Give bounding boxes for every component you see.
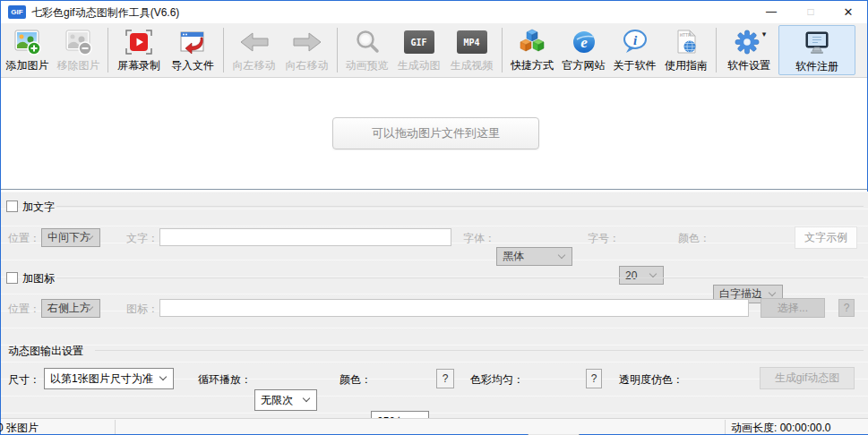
toolbar-button-about[interactable]: i 关于软件 <box>610 25 659 75</box>
uniform-help-button[interactable]: ? <box>586 369 602 388</box>
toolbar-separator <box>223 28 224 72</box>
transparency-label: 透明度仿色： <box>619 372 683 388</box>
settings-icon: ▾ <box>733 27 766 57</box>
title-bar: GIF 七彩色gif动态图制作工具(V6.6) — □ ✕ <box>1 1 867 23</box>
image-count: 0 张图片 <box>0 421 39 435</box>
toolbar-separator <box>716 28 717 72</box>
about-icon: i <box>621 27 649 57</box>
toolbar-button-preview[interactable]: 动画预览 <box>342 25 391 75</box>
icon-choose-button[interactable]: 选择... <box>761 298 825 318</box>
add-image-icon <box>13 27 42 57</box>
toolbar-button-label: 生成视频 <box>451 58 494 73</box>
chevron-down-icon <box>558 251 565 258</box>
settings-panel: 加文字 位置： 中间下方 文字： 字体： 黑体 字号： 20 颜色： 白字描边 … <box>1 192 868 420</box>
output-size-select[interactable]: 以第1张图片尺寸为准 <box>44 368 174 389</box>
toolbar-button-label: 软件设置 <box>727 58 770 73</box>
svg-text:HTTP: HTTP <box>680 32 691 38</box>
chevron-down-icon <box>649 269 657 277</box>
output-settings-title: 动态图输出设置 <box>8 344 83 359</box>
guide-icon: HTTP <box>672 27 700 57</box>
svg-text:e: e <box>580 34 588 51</box>
output-size-label: 尺寸： <box>8 372 40 388</box>
loop-select[interactable]: 无限次 <box>254 389 317 411</box>
chevron-down-icon <box>159 373 167 380</box>
toolbar-button-label: 向左移动 <box>233 58 276 73</box>
chevron-down-icon: ▾ <box>762 30 767 38</box>
chevron-down-icon <box>769 288 776 295</box>
toolbar-button-screen-record[interactable]: 屏幕录制 <box>113 25 165 75</box>
icon-path-label: 图标： <box>126 302 159 317</box>
add-text-controls-row: 位置： 中间下方 文字： 字体： 黑体 字号： 20 颜色： 白字描边 文字示例 <box>1 227 868 249</box>
text-sample-button[interactable]: 文字示例 <box>795 226 857 249</box>
add-icon-group-header: 加图标 <box>6 271 55 286</box>
toolbar-button-label: 使用指南 <box>665 58 708 73</box>
text-content-input[interactable] <box>159 228 451 246</box>
minimize-button[interactable]: — <box>758 1 785 23</box>
drop-files-button[interactable]: 可以拖动图片文件到这里 <box>332 117 539 149</box>
generate-gif-button[interactable]: 生成gif动态图 <box>760 367 855 389</box>
toolbar-button-label: 官方网站 <box>563 58 606 73</box>
toolbar-separator <box>337 28 338 72</box>
maximize-button[interactable]: □ <box>797 1 824 23</box>
output-controls-row: 尺寸： 以第1张图片尺寸为准 循环播放： 无限次 颜色： 256色 ? 色彩均匀… <box>1 367 868 390</box>
groupbox-line <box>56 277 864 278</box>
toolbar-button-move-right[interactable]: 向右移动 <box>281 25 332 75</box>
toolbar-separator <box>107 28 108 72</box>
import-file-icon <box>178 27 207 57</box>
groupbox-line <box>56 206 864 207</box>
toolbar-button-label: 导入文件 <box>171 58 214 73</box>
preview-icon <box>353 27 382 57</box>
website-icon: e <box>570 27 598 57</box>
window-title: 七彩色gif动态图制作工具(V6.6) <box>31 5 179 21</box>
move-right-icon <box>291 27 323 57</box>
toolbar-button-settings[interactable]: ▾ 软件设置 <box>721 25 777 75</box>
toolbar-button-label: 移除图片 <box>57 58 100 73</box>
toolbar-button-label: 软件注册 <box>795 59 838 74</box>
app-logo-icon: GIF <box>8 5 26 19</box>
loop-label: 循环播放： <box>198 372 252 388</box>
text-size-select[interactable]: 20 <box>619 266 664 285</box>
icon-position-select[interactable]: 右侧上方 <box>41 299 100 318</box>
toolbar-button-remove-image[interactable]: 移除图片 <box>54 25 103 75</box>
statusbar-separator <box>115 420 116 434</box>
text-size-label: 字号： <box>588 231 620 246</box>
statusbar-separator <box>725 420 726 434</box>
add-icon-checkbox[interactable] <box>6 272 18 284</box>
toolbar-button-guide[interactable]: HTTP 使用指南 <box>661 25 711 75</box>
toolbar-button-add-image[interactable]: 添加图片 <box>3 25 52 75</box>
toolbar-button-label: 关于软件 <box>614 58 657 73</box>
uniform-label: 色彩均匀： <box>470 372 524 388</box>
add-text-checkbox[interactable] <box>6 200 18 212</box>
text-position-select[interactable]: 中间下方 <box>41 228 100 247</box>
animation-duration: 动画长度: 00:00:00.0 <box>731 421 830 435</box>
close-button[interactable]: ✕ <box>835 1 862 23</box>
chevron-down-icon <box>303 395 310 402</box>
toolbar-button-shortcut[interactable]: 快捷方式 <box>507 25 557 75</box>
toolbar-button-import-file[interactable]: 导入文件 <box>167 25 219 75</box>
color-help-button[interactable]: ? <box>436 369 454 388</box>
icon-help-button[interactable]: ? <box>838 299 855 317</box>
groupbox-line <box>95 350 864 351</box>
toolbar-button-label: 屏幕录制 <box>117 58 160 73</box>
toolbar-button-label: 快捷方式 <box>511 58 554 73</box>
toolbar-button-make-video[interactable]: MP4 生成视频 <box>446 25 497 75</box>
toolbar-separator <box>502 28 503 72</box>
register-icon <box>802 28 832 58</box>
text-position-label: 位置： <box>8 231 40 246</box>
add-text-label: 加文字 <box>22 200 55 213</box>
duration-value: 00:00:00.0 <box>780 422 831 434</box>
toolbar-button-move-left[interactable]: 向左移动 <box>228 25 279 75</box>
duration-label: 动画长度: <box>731 422 777 434</box>
move-left-icon <box>238 27 271 57</box>
image-list-area: 可以拖动图片文件到这里 <box>1 78 867 190</box>
app-window: GIF 七彩色gif动态图制作工具(V6.6) — □ ✕ <box>0 0 868 435</box>
toolbar-button-website[interactable]: e 官方网站 <box>559 25 608 75</box>
text-font-select[interactable]: 黑体 <box>496 247 572 266</box>
text-content-label: 文字： <box>126 231 159 246</box>
toolbar-button-label: 生成动图 <box>398 58 441 73</box>
gif-badge-icon: GIF <box>404 27 434 57</box>
screen-record-icon <box>125 27 153 57</box>
toolbar-button-register[interactable]: 软件注册 <box>778 25 855 75</box>
icon-path-input[interactable] <box>159 299 749 317</box>
toolbar-button-make-gif[interactable]: GIF 生成动图 <box>393 25 444 75</box>
